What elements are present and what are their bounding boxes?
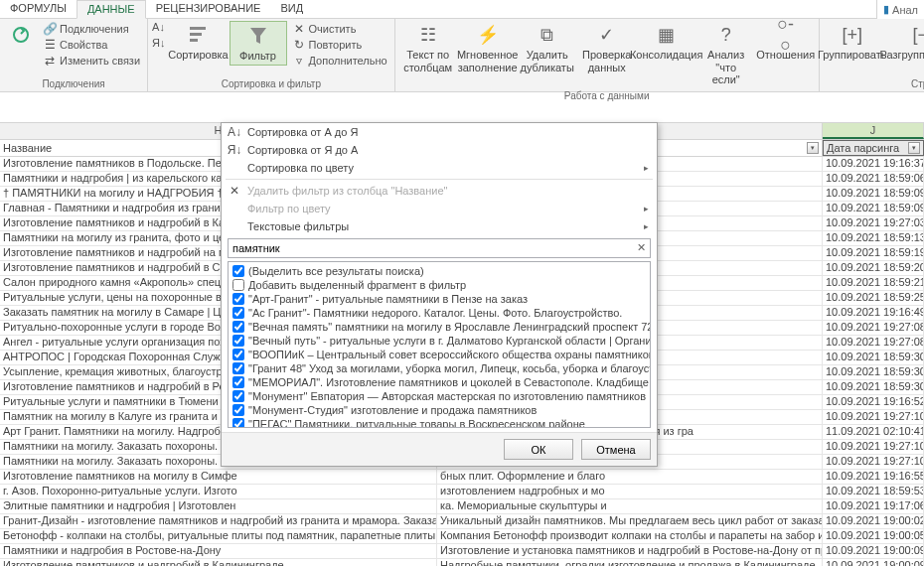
filter-checklist[interactable]: (Выделить все результаты поиска)Добавить… bbox=[228, 261, 651, 428]
flash-fill-button[interactable]: ⚡Мгновенное заполнение bbox=[459, 21, 517, 75]
group-button[interactable]: [+]Группировать bbox=[824, 21, 881, 64]
clear-filter-button[interactable]: ✕Очистить bbox=[289, 21, 390, 37]
reapply-button[interactable]: ↻Повторить bbox=[289, 37, 390, 53]
checkbox[interactable] bbox=[232, 349, 244, 360]
analyze-button[interactable]: ▮Анал bbox=[876, 0, 924, 19]
cell[interactable]: 10.09.2021 19:00:09 bbox=[823, 544, 924, 558]
cell[interactable]: 10.09.2021 18:59:53 bbox=[823, 485, 924, 498]
sort-az[interactable]: A↓Сортировка от А до Я bbox=[222, 123, 657, 141]
checkbox[interactable] bbox=[232, 376, 244, 388]
checkbox[interactable] bbox=[232, 418, 244, 428]
table-row[interactable]: Изготовление памятников и надгробий в Ка… bbox=[0, 559, 924, 566]
cell[interactable]: г. Азов. Похоронно-ритуальные услуги. Из… bbox=[0, 485, 437, 498]
cancel-button[interactable]: Отмена bbox=[581, 439, 651, 460]
cell[interactable]: 10.09.2021 19:00:09 bbox=[823, 559, 924, 566]
cell[interactable]: 10.09.2021 18:59:09 bbox=[823, 187, 924, 201]
checkbox[interactable] bbox=[232, 307, 244, 319]
cell[interactable]: 10.09.2021 19:27:03 bbox=[823, 216, 924, 230]
cell[interactable]: Компания Бетонофф производит колпаки на … bbox=[437, 529, 823, 543]
clear-search-icon[interactable]: ✕ bbox=[634, 241, 648, 255]
cell[interactable]: 10.09.2021 19:00:05 bbox=[823, 529, 924, 543]
checkbox[interactable] bbox=[232, 321, 244, 333]
filter-dropdown-J[interactable]: ▾ bbox=[908, 142, 920, 154]
data-validation-button[interactable]: ✓Проверка данных bbox=[578, 21, 636, 75]
checkbox[interactable] bbox=[232, 390, 244, 402]
cell[interactable]: 10.09.2021 19:16:49 bbox=[823, 306, 924, 320]
cell[interactable]: 10.09.2021 18:59:30 bbox=[823, 380, 924, 394]
text-filters[interactable]: Текстовые фильтры▸ bbox=[222, 217, 657, 235]
remove-duplicates-button[interactable]: ⧉Удалить дубликаты bbox=[519, 21, 576, 75]
cell[interactable]: 10.09.2021 19:16:52 bbox=[823, 395, 924, 409]
cell[interactable]: 10.09.2021 19:16:37 bbox=[823, 157, 924, 171]
filter-search-input[interactable] bbox=[228, 238, 651, 258]
sort-za[interactable]: Я↓Сортировка от Я до А bbox=[222, 141, 657, 159]
table-row[interactable]: Памятники и надгробия в Ростове-на-ДонуИ… bbox=[0, 544, 924, 559]
advanced-button[interactable]: ▿Дополнительно bbox=[289, 53, 390, 69]
consolidate-button[interactable]: ▦Консолидация bbox=[638, 21, 695, 64]
sort-button[interactable]: Сортировка bbox=[170, 21, 228, 64]
cell[interactable]: 10.09.2021 19:17:06 bbox=[823, 499, 924, 513]
cell[interactable]: Изготовление памятников и надгробий в Ка… bbox=[0, 559, 437, 566]
filter-check-item[interactable]: "МЕМОРИАЛ". Изготовление памятников и цо… bbox=[231, 375, 648, 389]
refresh-all-button[interactable] bbox=[4, 21, 38, 51]
tab-view[interactable]: ВИД bbox=[270, 0, 313, 18]
colheader-J[interactable]: J bbox=[823, 123, 924, 139]
cell[interactable]: 11.09.2021 02:10:41 bbox=[823, 425, 924, 439]
cell[interactable]: 10.09.2021 18:59:20 bbox=[823, 261, 924, 275]
cell[interactable]: 10.09.2021 18:59:30 bbox=[823, 365, 924, 379]
cell[interactable]: 10.09.2021 19:16:55 bbox=[823, 470, 924, 484]
sort-za-icon[interactable]: Я↓ bbox=[152, 37, 165, 49]
tab-formulas[interactable]: ФОРМУЛЫ bbox=[0, 0, 77, 18]
filter-button[interactable]: Фильтр bbox=[230, 21, 287, 66]
checkbox[interactable] bbox=[232, 293, 244, 305]
tab-review[interactable]: РЕЦЕНЗИРОВАНИЕ bbox=[146, 0, 271, 18]
checkbox[interactable] bbox=[232, 265, 244, 277]
checkbox[interactable] bbox=[232, 335, 244, 347]
field-J[interactable]: Дата парсинга ▾ bbox=[823, 140, 924, 156]
cell[interactable]: Изготовление и установка памятников и на… bbox=[437, 544, 823, 558]
cell[interactable]: 10.09.2021 18:59:30 bbox=[823, 351, 924, 364]
cell[interactable]: 10.09.2021 19:27:08 bbox=[823, 336, 924, 350]
filter-check-item[interactable]: "Арт-Гранит" - ритуальные памятники в Пе… bbox=[231, 292, 648, 306]
cell[interactable]: 10.09.2021 18:59:09 bbox=[823, 202, 924, 215]
checkbox[interactable] bbox=[232, 362, 244, 374]
cell[interactable]: Памятники и надгробия в Ростове-на-Дону bbox=[0, 544, 437, 558]
text-to-columns-button[interactable]: ☷Текст по столбцам bbox=[399, 21, 457, 75]
table-row[interactable]: г. Азов. Похоронно-ритуальные услуги. Из… bbox=[0, 485, 924, 499]
sort-by-color[interactable]: Сортировка по цвету▸ bbox=[222, 159, 657, 177]
whatif-button[interactable]: ?Анализ "что если" bbox=[697, 21, 755, 88]
cell[interactable]: Изготовление памятников на могилу в Симф… bbox=[0, 470, 437, 484]
table-row[interactable]: Бетонофф - колпаки на столбы, ритуальные… bbox=[0, 529, 924, 544]
cell[interactable]: ка. Мемориальные скульптуры и bbox=[437, 499, 823, 513]
cell[interactable]: 10.09.2021 18:59:19 bbox=[823, 246, 924, 260]
filter-dropdown-I[interactable]: ▾ bbox=[807, 142, 819, 154]
cell[interactable]: Бетонофф - колпаки на столбы, ритуальные… bbox=[0, 529, 437, 543]
cell[interactable]: 10.09.2021 18:59:25 bbox=[823, 291, 924, 305]
table-row[interactable]: Изготовление памятников на могилу в Симф… bbox=[0, 470, 924, 485]
cell[interactable]: 10.09.2021 19:27:10 bbox=[823, 455, 924, 469]
filter-check-item[interactable]: "Гранит 48" Уход за могилами, уборка мог… bbox=[231, 361, 648, 375]
cell[interactable]: 10.09.2021 18:59:06 bbox=[823, 172, 924, 186]
cell[interactable]: 10.09.2021 19:00:02 bbox=[823, 514, 924, 528]
filter-check-item[interactable]: "Монумент" Евпатория — Авторская мастерс… bbox=[231, 389, 648, 403]
checkbox[interactable] bbox=[232, 279, 244, 291]
cell[interactable]: Гранит-Дизайн - изготовление памятников … bbox=[0, 514, 437, 528]
cell[interactable]: изготовлением надгробных и мо bbox=[437, 485, 823, 498]
connections-button[interactable]: 🔗Подключения bbox=[40, 21, 143, 37]
cell[interactable]: бных плит. Оформление и благо bbox=[437, 470, 823, 484]
sort-az-icon[interactable]: A↓ bbox=[152, 21, 165, 33]
relationships-button[interactable]: ○-○Отношения bbox=[757, 21, 815, 64]
cell[interactable]: 10.09.2021 19:27:08 bbox=[823, 321, 924, 335]
filter-check-item[interactable]: "ВООПИиК – Центральный совет всероссийск… bbox=[231, 348, 648, 361]
table-row[interactable]: Элитные памятники и надгробия | Изготовл… bbox=[0, 499, 924, 514]
ungroup-button[interactable]: [−]Разгруппировать bbox=[883, 21, 924, 64]
filter-check-item[interactable]: "Вечный путь" - ритуальные услуги в г. Д… bbox=[231, 334, 648, 348]
ok-button[interactable]: ОК bbox=[504, 439, 573, 460]
tab-data[interactable]: ДАННЫЕ bbox=[77, 0, 146, 19]
cell[interactable]: 10.09.2021 19:27:10 bbox=[823, 440, 924, 454]
checkbox[interactable] bbox=[232, 404, 244, 416]
filter-check-item[interactable]: Добавить выделенный фрагмент в фильтр bbox=[231, 278, 648, 292]
table-row[interactable]: Гранит-Дизайн - изготовление памятников … bbox=[0, 514, 924, 529]
cell[interactable]: 10.09.2021 18:59:13 bbox=[823, 231, 924, 245]
properties-button[interactable]: ☰Свойства bbox=[40, 37, 143, 53]
